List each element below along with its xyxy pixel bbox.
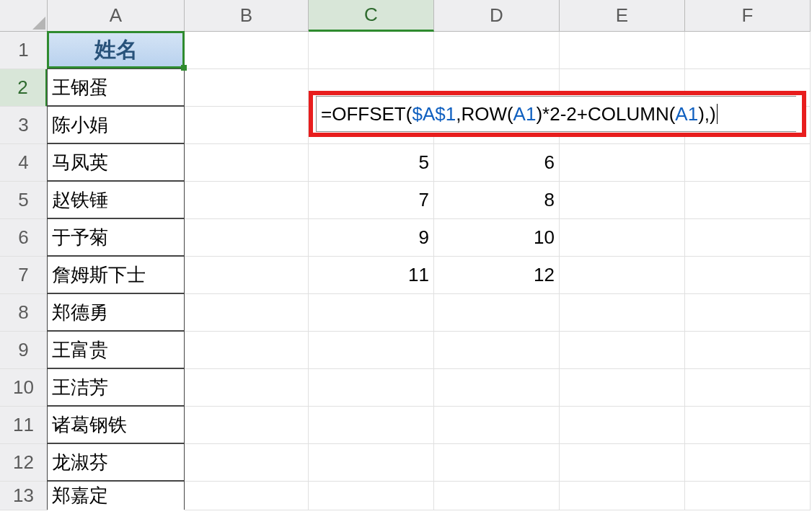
cell-B11[interactable] (185, 407, 309, 444)
cell-D7[interactable]: 12 (434, 257, 560, 294)
cell-E13[interactable] (560, 482, 685, 510)
cell-E4[interactable] (560, 144, 685, 182)
cell-B10[interactable] (185, 369, 309, 407)
cell-B4[interactable] (185, 144, 309, 182)
cell-C7[interactable]: 11 (309, 257, 434, 294)
column-header-A[interactable]: A (48, 0, 185, 32)
cell-A5[interactable]: 赵铁锤 (47, 181, 185, 218)
row-header-9[interactable]: 9 (0, 332, 48, 369)
cell-F1[interactable] (685, 32, 811, 69)
cell-E9[interactable] (560, 332, 685, 369)
cell-A12[interactable]: 龙淑芬 (47, 443, 185, 481)
cell-F5[interactable] (685, 182, 811, 219)
row-header-6[interactable]: 6 (0, 219, 48, 257)
row-header-8[interactable]: 8 (0, 294, 48, 332)
select-all-corner[interactable] (0, 0, 48, 32)
cell-F9[interactable] (685, 332, 811, 369)
column-header-F[interactable]: F (685, 0, 811, 32)
row-header-13[interactable]: 13 (0, 482, 48, 510)
cell-A11[interactable]: 诸葛钢铁 (47, 406, 185, 443)
cell-C8[interactable] (309, 294, 434, 332)
cell-C13[interactable] (309, 482, 434, 510)
formula-token: A1 (513, 103, 537, 125)
cell-D4[interactable]: 6 (434, 144, 560, 182)
cell-D9[interactable] (434, 332, 560, 369)
column-header-D[interactable]: D (434, 0, 560, 32)
cell-D6[interactable]: 10 (434, 219, 560, 257)
row-header-12[interactable]: 12 (0, 444, 48, 482)
cell-A9[interactable]: 王富贵 (47, 331, 185, 368)
row-header-3[interactable]: 3 (0, 107, 48, 144)
cell-B5[interactable] (185, 182, 309, 219)
cell-D8[interactable] (434, 294, 560, 332)
cell-E10[interactable] (560, 369, 685, 407)
cell-D12[interactable] (434, 444, 560, 482)
formula-edit-highlight: =OFFSET($A$1,ROW(A1)*2-2+COLUMN(A1),) (309, 91, 806, 137)
cell-B13[interactable] (185, 482, 309, 510)
column-header-E[interactable]: E (560, 0, 685, 32)
cell-A7[interactable]: 詹姆斯下士 (47, 256, 185, 293)
cell-B2[interactable] (185, 69, 309, 107)
formula-token: ) (536, 103, 542, 125)
cell-F7[interactable] (685, 257, 811, 294)
formula-token: ROW (461, 103, 507, 125)
cell-B6[interactable] (185, 219, 309, 257)
cell-D10[interactable] (434, 369, 560, 407)
cell-A8[interactable]: 郑德勇 (47, 293, 185, 331)
cell-E12[interactable] (560, 444, 685, 482)
cell-E7[interactable] (560, 257, 685, 294)
cell-F11[interactable] (685, 407, 811, 444)
cell-C12[interactable] (309, 444, 434, 482)
formula-token: = (321, 103, 332, 125)
cell-A1[interactable]: 姓名 (47, 31, 185, 68)
formula-token: ,) (705, 103, 716, 125)
cell-A2[interactable]: 王钢蛋 (47, 68, 185, 106)
formula-input[interactable]: =OFFSET($A$1,ROW(A1)*2-2+COLUMN(A1),) (316, 96, 796, 132)
row-header-10[interactable]: 10 (0, 369, 48, 407)
cell-D1[interactable] (434, 32, 560, 69)
cell-C6[interactable]: 9 (309, 219, 434, 257)
cell-F12[interactable] (685, 444, 811, 482)
cell-B8[interactable] (185, 294, 309, 332)
cell-A4[interactable]: 马凤英 (47, 143, 185, 181)
cell-A6[interactable]: 于予菊 (47, 218, 185, 256)
cell-F4[interactable] (685, 144, 811, 182)
cell-F13[interactable] (685, 482, 811, 510)
cell-C1[interactable] (309, 32, 434, 69)
cell-F8[interactable] (685, 294, 811, 332)
row-header-1[interactable]: 1 (0, 32, 48, 69)
cell-C4[interactable]: 5 (309, 144, 434, 182)
row-header-11[interactable]: 11 (0, 407, 48, 444)
cell-F6[interactable] (685, 219, 811, 257)
column-header-B[interactable]: B (185, 0, 309, 32)
formula-token: ( (406, 103, 412, 125)
row-header-5[interactable]: 5 (0, 182, 48, 219)
row-header-7[interactable]: 7 (0, 257, 48, 294)
cell-C10[interactable] (309, 369, 434, 407)
cell-E6[interactable] (560, 219, 685, 257)
row-header-4[interactable]: 4 (0, 144, 48, 182)
cell-B3[interactable] (185, 107, 309, 144)
cell-C9[interactable] (309, 332, 434, 369)
cell-F10[interactable] (685, 369, 811, 407)
cell-B7[interactable] (185, 257, 309, 294)
cell-A3[interactable]: 陈小娟 (47, 106, 185, 143)
cell-C5[interactable]: 7 (309, 182, 434, 219)
cell-E1[interactable] (560, 32, 685, 69)
cell-E5[interactable] (560, 182, 685, 219)
cell-A10[interactable]: 王洁芳 (47, 368, 185, 406)
cell-D5[interactable]: 8 (434, 182, 560, 219)
cell-E11[interactable] (560, 407, 685, 444)
cell-B1[interactable] (185, 32, 309, 69)
cell-B12[interactable] (185, 444, 309, 482)
cell-E8[interactable] (560, 294, 685, 332)
formula-token: OFFSET (332, 103, 406, 125)
cell-D13[interactable] (434, 482, 560, 510)
cell-A13[interactable]: 郑嘉定 (47, 481, 185, 510)
cell-C11[interactable] (309, 407, 434, 444)
cell-B9[interactable] (185, 332, 309, 369)
row-header-2[interactable]: 2 (0, 69, 48, 107)
cell-D11[interactable] (434, 407, 560, 444)
column-header-C[interactable]: C (309, 0, 434, 32)
spreadsheet-grid[interactable]: ABCDEF1姓名2王钢蛋3陈小娟344马凤英565赵铁锤786于予菊9107詹… (0, 0, 812, 510)
